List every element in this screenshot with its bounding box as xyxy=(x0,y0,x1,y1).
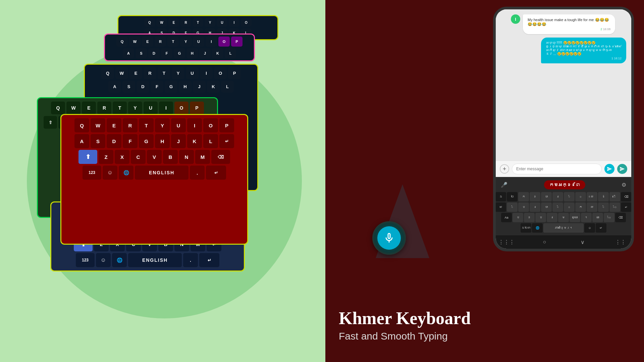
key-f-red[interactable]: F xyxy=(123,134,138,148)
key-globe-navy[interactable]: 🌐 xyxy=(112,253,127,267)
send-button-2[interactable] xyxy=(617,164,627,174)
key-a2[interactable]: A xyxy=(123,48,134,58)
key-k2[interactable]: K xyxy=(212,48,223,58)
key-d3[interactable]: D xyxy=(137,81,149,93)
khmer-key-lo[interactable]: ើ xyxy=(609,192,620,201)
khmer-key-pa[interactable]: ំ xyxy=(552,202,563,212)
settings-icon[interactable]: ⚙ xyxy=(622,182,626,188)
khmer-key-da[interactable]: ន xyxy=(530,202,540,212)
khmer-key-123[interactable]: ១២៣ xyxy=(521,223,531,233)
key-y3[interactable]: Y xyxy=(172,67,184,79)
key-s2[interactable]: S xyxy=(136,48,147,58)
key-shift-green[interactable]: ⇧ xyxy=(44,116,57,129)
key-l-red[interactable]: L xyxy=(203,134,218,148)
key-d2[interactable]: D xyxy=(148,48,160,58)
key-j2[interactable]: J xyxy=(199,48,211,58)
key-enter-red[interactable]: ↵ xyxy=(219,134,234,148)
key-o4[interactable]: O xyxy=(174,102,189,114)
key-w[interactable]: W xyxy=(156,18,167,27)
key-t[interactable]: T xyxy=(193,18,203,27)
key-enter2-red[interactable]: ↵ xyxy=(206,166,226,180)
key-i2[interactable]: I xyxy=(206,37,217,47)
khmer-key-3[interactable]: ស xyxy=(496,202,506,212)
key-q4[interactable]: Q xyxy=(51,102,65,114)
key-e3[interactable]: E xyxy=(129,67,142,79)
key-g-red[interactable]: G xyxy=(139,134,154,148)
key-w2[interactable]: W xyxy=(129,37,141,47)
key-v-red[interactable]: V xyxy=(147,150,162,164)
khmer-key-na[interactable]: ហ xyxy=(541,202,552,212)
key-enter2-navy[interactable]: ↵ xyxy=(199,253,219,267)
key-u3[interactable]: U xyxy=(186,67,199,79)
khmer-key-nn[interactable]: ណ្ណ xyxy=(570,213,580,222)
key-y4[interactable]: Y xyxy=(128,102,142,114)
khmer-key-co[interactable]: ំ xyxy=(564,192,575,201)
key-h-red[interactable]: H xyxy=(155,134,170,148)
key-123-navy[interactable]: 123 xyxy=(76,253,95,267)
khmer-key-yo[interactable]: លេ xyxy=(587,192,597,201)
key-r-red[interactable]: R xyxy=(123,118,138,132)
key-s3[interactable]: S xyxy=(122,81,135,93)
khmer-key-2[interactable]: ២ xyxy=(507,192,518,201)
key-q-red[interactable]: Q xyxy=(74,118,89,132)
key-o3[interactable]: O xyxy=(214,67,227,79)
khmer-key-ba[interactable]: ក xyxy=(575,202,586,212)
key-w3[interactable]: W xyxy=(115,67,128,79)
key-n-red[interactable]: N xyxy=(179,150,194,164)
key-smiley-navy[interactable]: ☺ xyxy=(96,253,111,267)
key-period-navy[interactable]: . xyxy=(183,253,198,267)
key-t3[interactable]: T xyxy=(158,67,170,79)
khmer-key-ra[interactable]: ំ○ xyxy=(609,202,620,212)
key-r4[interactable]: R xyxy=(97,102,111,114)
khmer-key-ya[interactable]: ំ xyxy=(598,202,609,212)
key-y2[interactable]: Y xyxy=(180,37,192,47)
key-w-red[interactable]: W xyxy=(91,118,105,132)
khmer-key-ko[interactable]: ក xyxy=(518,192,529,201)
key-u[interactable]: U xyxy=(217,18,227,27)
key-t-red[interactable]: T xyxy=(139,118,154,132)
key-u-red[interactable]: U xyxy=(171,118,186,132)
key-q3[interactable]: Q xyxy=(101,67,114,79)
key-i4[interactable]: I xyxy=(159,102,173,114)
key-e4[interactable]: E xyxy=(82,102,96,114)
key-u2[interactable]: U xyxy=(193,37,204,47)
khmer-key-tha[interactable]: ប xyxy=(518,202,529,212)
khmer-key-del[interactable]: ⌫ xyxy=(621,192,631,201)
key-b-red[interactable]: B xyxy=(163,150,178,164)
key-o2[interactable]: O xyxy=(218,37,230,47)
key-y-red[interactable]: Y xyxy=(155,118,170,132)
key-g2[interactable]: G xyxy=(174,48,185,58)
key-globe-red[interactable]: 🌐 xyxy=(119,166,133,180)
khmer-key-ny[interactable]: ន xyxy=(547,213,557,222)
key-r[interactable]: R xyxy=(180,18,191,27)
khmer-key-m2[interactable]: ំ○ xyxy=(604,213,614,222)
key-t4[interactable]: T xyxy=(113,102,127,114)
key-j-red[interactable]: J xyxy=(171,134,186,148)
key-d-red[interactable]: D xyxy=(107,134,121,148)
nav-back-icon[interactable]: ⋮⋮⋮ xyxy=(502,238,511,246)
key-k3[interactable]: K xyxy=(207,81,220,93)
key-p2[interactable]: P xyxy=(231,37,243,47)
key-h2[interactable]: H xyxy=(186,48,198,58)
khmer-key-cho[interactable]: ○ xyxy=(575,192,586,201)
key-p3[interactable]: P xyxy=(228,67,241,79)
key-u4[interactable]: U xyxy=(144,102,158,114)
khmer-key-kho[interactable]: ខ xyxy=(530,192,540,201)
khmer-key-globe[interactable]: 🌐 xyxy=(532,223,543,233)
key-p-red[interactable]: P xyxy=(219,118,234,132)
khmer-key-pp[interactable]: ។ xyxy=(581,213,592,222)
key-q[interactable]: Q xyxy=(144,18,155,27)
key-t2[interactable]: T xyxy=(167,37,179,47)
key-r3[interactable]: R xyxy=(144,67,156,79)
key-o[interactable]: O xyxy=(241,18,252,27)
key-r2[interactable]: R xyxy=(155,37,166,47)
khmer-key-ma[interactable]: ល xyxy=(587,202,597,212)
khmer-key-go[interactable]: ហ xyxy=(541,192,552,201)
mic-icon[interactable]: 🎤 xyxy=(501,182,507,188)
khmer-key-emoji[interactable]: ☺ xyxy=(584,223,595,233)
key-y[interactable]: Y xyxy=(205,18,215,27)
key-s-red[interactable]: S xyxy=(91,134,105,148)
key-k-red[interactable]: K xyxy=(187,134,202,148)
message-input[interactable] xyxy=(512,164,602,174)
key-a3[interactable]: A xyxy=(108,81,121,93)
